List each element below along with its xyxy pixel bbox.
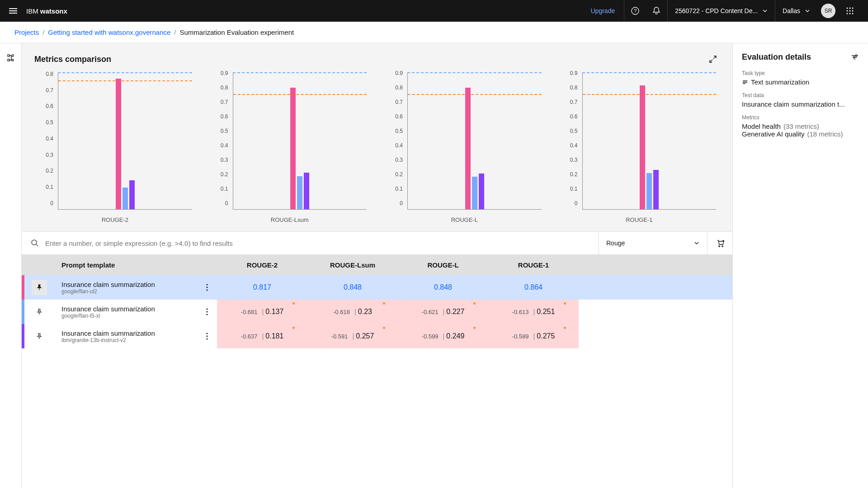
metric-cell[interactable]: -0.637|0.181 bbox=[217, 324, 307, 348]
metric-delta: -0.618 bbox=[333, 309, 350, 315]
svg-rect-11 bbox=[8, 55, 9, 56]
th-rouge-1[interactable]: ROUGE-1 bbox=[488, 255, 579, 275]
upgrade-link[interactable]: Upgrade bbox=[582, 7, 624, 14]
svg-rect-12 bbox=[8, 59, 9, 61]
charts-row: 00.10.20.30.40.50.60.70.8ROUGE-200.10.20… bbox=[34, 70, 720, 224]
chart[interactable]: 00.10.20.30.40.50.60.70.80.9ROUGE-1 bbox=[559, 70, 720, 224]
metric-cell[interactable]: -0.589|0.275 bbox=[488, 324, 579, 348]
chart-bar[interactable] bbox=[123, 188, 128, 210]
breadcrumb-link-project[interactable]: Getting started with watsonx.governance bbox=[48, 28, 170, 36]
chart-bar[interactable] bbox=[640, 85, 645, 209]
pin-cell bbox=[24, 300, 54, 324]
model-name: google/flan-ul2 bbox=[61, 288, 192, 295]
chart-bar[interactable] bbox=[297, 176, 302, 209]
metric-cell[interactable]: 0.848 bbox=[398, 275, 488, 300]
chart-bar[interactable] bbox=[304, 173, 309, 209]
workspace-name: 2560722 - CPD Content De... bbox=[675, 7, 758, 14]
metric-value: 0.227 bbox=[446, 308, 464, 315]
help-icon[interactable]: ? bbox=[624, 0, 646, 22]
pin-button[interactable] bbox=[32, 304, 47, 319]
th-prompt-template[interactable]: Prompt template bbox=[54, 255, 199, 275]
metric-value: 0.275 bbox=[537, 332, 555, 340]
chart-bar[interactable] bbox=[129, 180, 135, 209]
svg-point-4 bbox=[852, 8, 854, 9]
y-tick: 0.7 bbox=[570, 99, 578, 105]
th-rouge-lsum[interactable]: ROUGE-Lsum bbox=[307, 255, 398, 275]
chart-xlabel: ROUGE-1 bbox=[559, 216, 720, 223]
svg-point-28 bbox=[853, 56, 855, 58]
breadcrumb-sep: / bbox=[39, 28, 48, 36]
brand-prefix: IBM bbox=[26, 7, 40, 15]
user-avatar[interactable]: SR bbox=[817, 0, 839, 22]
th-rouge-2[interactable]: ROUGE-2 bbox=[217, 255, 307, 275]
metric-group-count: (33 metrics) bbox=[783, 122, 819, 130]
chart-bar[interactable] bbox=[290, 88, 296, 209]
chart-bar[interactable] bbox=[653, 170, 659, 209]
alert-dot bbox=[473, 302, 476, 305]
metric-cell[interactable]: 0.817 bbox=[217, 275, 307, 300]
chart[interactable]: 00.10.20.30.40.50.60.70.8ROUGE-2 bbox=[34, 70, 196, 224]
chart-bar[interactable] bbox=[465, 88, 471, 209]
chart[interactable]: 00.10.20.30.40.50.60.70.80.9ROUGE-L bbox=[384, 70, 545, 224]
svg-point-15 bbox=[32, 240, 37, 245]
th-rouge-l[interactable]: ROUGE-L bbox=[398, 255, 488, 275]
svg-point-22 bbox=[207, 311, 208, 313]
table-row[interactable]: Insurance claim summarizationgoogle/flan… bbox=[22, 275, 732, 300]
metric-cell[interactable]: -0.591|0.257 bbox=[307, 324, 398, 348]
chart-bar[interactable] bbox=[479, 174, 484, 209]
metric-cell[interactable]: -0.613|0.251 bbox=[488, 300, 579, 324]
y-tick: 0.9 bbox=[570, 70, 578, 76]
metric-cell[interactable]: -0.681|0.137 bbox=[217, 300, 307, 324]
pin-button[interactable] bbox=[32, 328, 47, 344]
filter-icon[interactable] bbox=[851, 53, 859, 61]
chart[interactable]: 00.10.20.30.40.50.60.70.80.9ROUGE-Lsum bbox=[209, 70, 371, 224]
metric-delta: -0.589 bbox=[512, 333, 529, 340]
menu-icon[interactable] bbox=[7, 6, 19, 15]
alert-dot bbox=[473, 327, 476, 329]
row-menu-cell bbox=[199, 275, 217, 300]
metric-delta: -0.681 bbox=[241, 309, 258, 315]
brand-bold: watsonx bbox=[40, 7, 67, 15]
metric-cell[interactable]: -0.621|0.227 bbox=[398, 300, 488, 324]
metric-value: 0.848 bbox=[344, 283, 362, 291]
chart-settings-button[interactable] bbox=[707, 232, 732, 254]
overflow-menu-icon[interactable] bbox=[206, 333, 210, 340]
chevron-down-icon bbox=[762, 8, 768, 14]
svg-point-21 bbox=[207, 309, 208, 310]
notifications-icon[interactable] bbox=[646, 0, 667, 22]
table-row[interactable]: Insurance claim summarizationibm/granite… bbox=[22, 324, 732, 348]
svg-point-23 bbox=[207, 314, 208, 315]
expand-button[interactable] bbox=[706, 52, 720, 66]
y-tick: 0.2 bbox=[221, 171, 228, 178]
metric-cell[interactable]: -0.618|0.23 bbox=[307, 300, 398, 324]
model-name: google/flan-t5-xl bbox=[61, 313, 192, 319]
overflow-menu-icon[interactable] bbox=[206, 308, 210, 315]
search-input[interactable] bbox=[45, 239, 590, 247]
metric-cell[interactable]: -0.599|0.249 bbox=[398, 324, 488, 348]
row-menu-cell bbox=[199, 300, 217, 324]
spacer bbox=[579, 324, 732, 348]
chart-bar[interactable] bbox=[472, 177, 477, 209]
metric-value: 0.848 bbox=[434, 283, 452, 291]
y-tick: 0.7 bbox=[46, 87, 53, 94]
table-row[interactable]: Insurance claim summarizationgoogle/flan… bbox=[22, 300, 732, 324]
region-selector[interactable]: Dallas bbox=[775, 0, 817, 22]
metric-cell[interactable]: 0.848 bbox=[307, 275, 398, 300]
chart-bar[interactable] bbox=[116, 79, 121, 209]
tree-view-icon[interactable] bbox=[4, 51, 18, 65]
app-switcher-icon[interactable] bbox=[839, 0, 861, 22]
svg-point-9 bbox=[849, 13, 851, 14]
workspace-selector[interactable]: 2560722 - CPD Content De... bbox=[667, 0, 775, 22]
spacer bbox=[579, 300, 732, 324]
chart-bar[interactable] bbox=[646, 173, 652, 209]
pin-button[interactable] bbox=[32, 280, 47, 295]
metric-group-dropdown[interactable]: Rouge bbox=[599, 232, 707, 254]
y-tick: 0.5 bbox=[221, 128, 228, 134]
svg-point-14 bbox=[12, 59, 14, 61]
y-tick: 0.2 bbox=[570, 171, 578, 178]
metric-cell[interactable]: 0.864 bbox=[488, 275, 579, 300]
y-tick: 0.1 bbox=[46, 184, 53, 190]
overflow-menu-icon[interactable] bbox=[206, 284, 210, 291]
breadcrumb-link-projects[interactable]: Projects bbox=[14, 28, 39, 36]
svg-point-6 bbox=[849, 10, 851, 12]
